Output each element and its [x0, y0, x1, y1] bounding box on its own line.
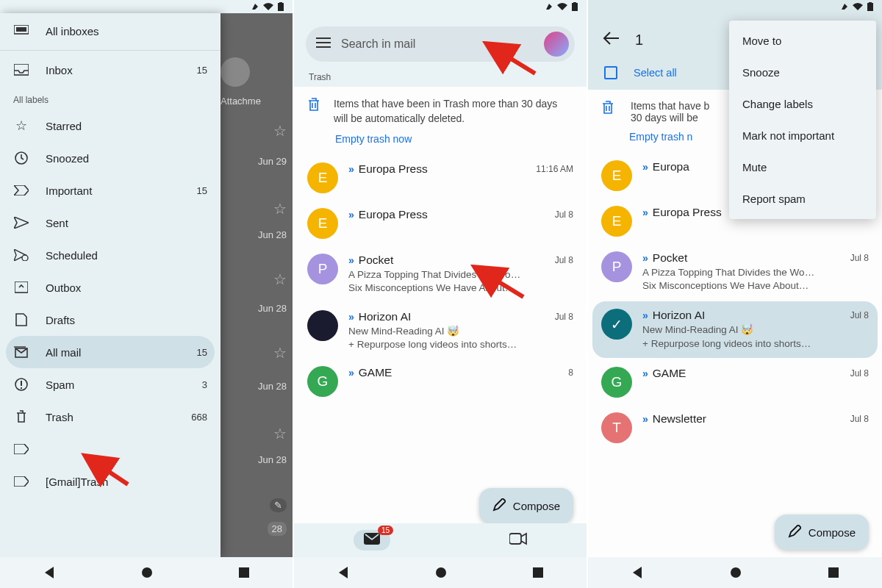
message-row[interactable]: P»PocketJul 8A Pizza Topping That Divide…	[294, 246, 587, 302]
drawer-sent[interactable]: Sent	[0, 207, 220, 239]
avatar[interactable]	[220, 57, 250, 87]
home-button[interactable]	[435, 567, 447, 578]
menu-item-move-to[interactable]: Move to	[729, 25, 876, 57]
menu-item-mute[interactable]: Mute	[729, 151, 876, 183]
mail-tab[interactable]: 15	[354, 530, 390, 551]
drawer-gmail-trash[interactable]: [Gmail]Trash	[0, 465, 220, 498]
recents-button[interactable]	[533, 567, 543, 578]
sender-avatar[interactable]: E	[307, 162, 338, 193]
svg-point-6	[22, 255, 28, 261]
home-button[interactable]	[141, 567, 153, 578]
sender-avatar[interactable]: P	[601, 251, 632, 282]
folder-label: Trash	[294, 68, 587, 87]
home-button[interactable]	[730, 567, 742, 578]
bottom-tabs: 15	[294, 523, 587, 557]
star-icon[interactable]: ☆	[273, 425, 287, 442]
message-row[interactable]: T»NewsletterJul 8	[588, 405, 882, 451]
message-snippet: + Repurpose long videos into shorts…	[348, 338, 573, 351]
empty-trash-link[interactable]: Empty trash now	[294, 132, 587, 155]
star-icon[interactable]: ☆	[273, 344, 287, 362]
sender-avatar[interactable]: G	[307, 366, 338, 397]
sender-avatar[interactable]: G	[601, 367, 632, 398]
menu-item-snooze[interactable]: Snooze	[729, 57, 876, 88]
drawer-outbox[interactable]: Outbox	[0, 271, 220, 304]
all-mail-icon	[13, 346, 29, 358]
drawer-scheduled[interactable]: Scheduled	[0, 239, 220, 271]
star-icon[interactable]: ☆	[273, 200, 287, 218]
sender-avatar[interactable]: P	[307, 254, 338, 284]
star-icon[interactable]: ☆	[273, 122, 287, 140]
pencil-icon	[492, 498, 506, 514]
message-row[interactable]: ✓»Horizon AIJul 8New Mind-Reading AI 🤯+ …	[592, 301, 878, 357]
back-arrow-icon[interactable]	[603, 32, 619, 48]
menu-icon[interactable]	[316, 37, 331, 51]
drawer-snoozed[interactable]: Snoozed	[0, 142, 220, 174]
sender-name: GAME	[359, 366, 564, 379]
star-icon: ☆	[13, 118, 29, 134]
back-button[interactable]	[337, 567, 349, 578]
system-navbar	[294, 557, 587, 588]
compose-button[interactable]: Compose	[775, 514, 869, 550]
profile-avatar[interactable]	[544, 32, 569, 57]
menu-item-change-labels[interactable]: Change labels	[729, 88, 876, 120]
edit-icon[interactable]: ✎	[270, 498, 287, 512]
sender-avatar[interactable]: ✓	[601, 309, 632, 340]
drawer-important[interactable]: Important 15	[0, 174, 220, 207]
sender-avatar[interactable]: E	[601, 160, 632, 191]
drawer-trash[interactable]: Trash 668	[0, 401, 220, 433]
drawer-all-mail[interactable]: All mail 15	[6, 336, 215, 368]
message-subject: New Mind-Reading AI 🤯	[348, 325, 573, 338]
data-icon	[251, 3, 259, 10]
search-input[interactable]	[341, 37, 534, 51]
recents-button[interactable]	[239, 567, 249, 578]
sender-avatar[interactable]	[307, 310, 338, 341]
data-icon	[841, 3, 848, 10]
message-time: Jul 8	[850, 414, 869, 424]
svg-rect-27	[828, 567, 839, 578]
chevron-icon: »	[642, 161, 648, 173]
back-button[interactable]	[631, 567, 643, 578]
drawer-starred[interactable]: ☆ Starred	[0, 110, 220, 142]
message-row[interactable]: P»PocketJul 8A Pizza Topping That Divide…	[588, 244, 882, 300]
drawer-all-inboxes[interactable]: All inboxes	[0, 13, 220, 49]
message-row[interactable]: E»Europa Press11:16 AM	[294, 155, 587, 201]
drawer-label-blank[interactable]	[0, 433, 220, 465]
checkbox-icon[interactable]	[604, 66, 617, 79]
outbox-icon	[13, 282, 29, 293]
drawer-inbox[interactable]: Inbox 15	[0, 52, 220, 87]
search-bar[interactable]	[306, 26, 575, 62]
chevron-icon: »	[348, 254, 354, 266]
message-row[interactable]: »Horizon AIJul 8New Mind-Reading AI 🤯+ R…	[294, 303, 587, 359]
overflow-menu: Move toSnoozeChange labelsMark not impor…	[729, 21, 876, 219]
sender-avatar[interactable]: E	[601, 206, 632, 237]
compose-button[interactable]: Compose	[479, 488, 573, 523]
drawer-spam[interactable]: Spam 3	[0, 368, 220, 401]
wifi-icon	[557, 3, 567, 10]
recents-button[interactable]	[828, 567, 839, 578]
drawer-drafts[interactable]: Drafts	[0, 304, 220, 336]
sender-avatar[interactable]: E	[307, 208, 338, 239]
svg-rect-7	[15, 282, 28, 293]
message-time: 11:16 AM	[536, 164, 573, 174]
battery-icon	[572, 2, 578, 11]
svg-rect-16	[573, 2, 576, 4]
message-row[interactable]: G»GAME8	[294, 359, 587, 404]
message-row[interactable]: E»Europa PressJul 8	[294, 201, 587, 246]
back-button[interactable]	[43, 567, 55, 578]
message-row[interactable]: G»GAMEJul 8	[588, 359, 882, 405]
svg-point-13	[142, 567, 152, 578]
sender-name: Horizon AI	[359, 310, 551, 323]
chevron-icon: »	[642, 252, 648, 264]
svg-rect-11	[21, 387, 22, 389]
label-icon	[13, 444, 29, 454]
data-icon	[545, 3, 553, 10]
svg-rect-0	[278, 3, 284, 11]
menu-item-report-spam[interactable]: Report spam	[729, 183, 876, 215]
system-navbar	[588, 557, 882, 588]
wifi-icon	[263, 3, 273, 10]
sender-avatar[interactable]: T	[601, 412, 632, 443]
star-icon[interactable]: ☆	[273, 270, 287, 288]
meet-tab[interactable]	[509, 532, 527, 548]
trash-icon	[601, 100, 617, 123]
menu-item-mark-not-important[interactable]: Mark not important	[729, 120, 876, 151]
